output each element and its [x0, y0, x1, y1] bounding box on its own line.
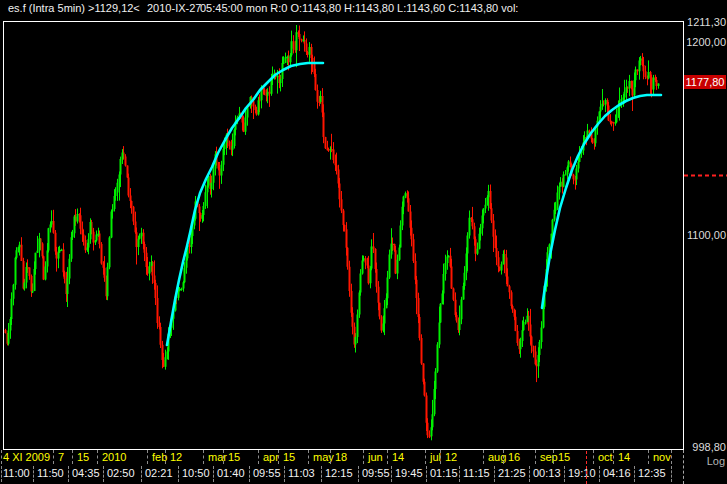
date-tick-label: sep — [540, 451, 558, 463]
axis-separator — [249, 466, 250, 482]
axis-separator — [391, 466, 392, 482]
axis-separator — [599, 466, 600, 482]
axis-separator — [387, 450, 388, 464]
time-tick-label: 02:50 — [107, 467, 135, 479]
time-tick-label: 01:40 — [217, 467, 245, 479]
date-tick-label: 16 — [508, 451, 520, 463]
time-tick-label: 04:16 — [603, 467, 631, 479]
date-tick-label: 12 — [170, 451, 182, 463]
date-tick-label: 15 — [558, 451, 570, 463]
axis-separator — [72, 450, 73, 464]
axis-separator — [1, 450, 2, 464]
axis-separator — [440, 450, 441, 464]
time-tick-label: 11:00 — [3, 467, 30, 479]
axis-separator — [308, 450, 309, 464]
date-tick-label: jun — [368, 451, 383, 463]
axis-separator — [68, 466, 69, 482]
axis-separator — [278, 450, 279, 464]
axis-separator — [671, 450, 672, 464]
date-tick-label: 15 — [77, 451, 89, 463]
last-quote-value: >1129,12< — [88, 2, 140, 14]
time-tick-label: 11:03 — [288, 467, 315, 479]
axis-separator — [529, 466, 530, 482]
axis-separator — [258, 450, 259, 464]
time-tick-label: 04:35 — [72, 467, 100, 479]
axis-separator — [284, 466, 285, 482]
time-tick-label: 19:10 — [568, 467, 596, 479]
axis-separator — [553, 450, 554, 464]
date-tick-label: 4 XI 2009 — [3, 451, 50, 463]
chart-app-window: es.f (Intra 5min) >1129,12< 2010-IX-27 0… — [0, 0, 727, 484]
time-tick-label: 00:13 — [533, 467, 561, 479]
axis-separator — [634, 466, 635, 482]
scale-mode-label: Log — [684, 455, 725, 467]
price-tick-label: 998,80 — [684, 440, 727, 454]
time-tick-label: 12:35 — [638, 467, 666, 479]
axis-separator — [426, 466, 427, 482]
date-tick-label: 2010 — [102, 451, 126, 463]
axis-separator — [425, 450, 426, 464]
axis-separator — [535, 450, 536, 464]
time-tick-label: 11:15 — [463, 467, 490, 479]
price-tick-label: 1100,00 — [684, 228, 727, 242]
axis-separator — [494, 466, 495, 482]
date-tick-label: mar — [208, 451, 227, 463]
last-price-tag: 1177,80 — [684, 75, 726, 89]
price-tick-label: 1200,00 — [684, 35, 727, 49]
axis-separator — [97, 450, 98, 464]
time-tick-label: 11:50 — [37, 467, 64, 479]
quote-header: es.f (Intra 5min) >1129,12< 2010-IX-27 0… — [0, 0, 727, 18]
candle-bodies-down — [6, 32, 657, 437]
date-tick-label: 14 — [392, 451, 404, 463]
axis-separator — [203, 450, 204, 464]
symbol-label: es.f (Intra 5min) — [8, 2, 85, 14]
axis-separator — [363, 450, 364, 464]
date-tick-label: 12 — [445, 451, 457, 463]
time-tick-label: 21:25 — [498, 467, 526, 479]
axis-separator — [593, 450, 594, 464]
time-tick-label: 02:21 — [145, 467, 173, 479]
axis-separator — [178, 466, 179, 482]
fit-curve — [167, 63, 323, 345]
axis-separator — [223, 450, 224, 464]
date-tick-label: 15 — [228, 451, 240, 463]
current-bar-marker — [586, 451, 587, 484]
candle-wicks-down — [6, 26, 657, 439]
time-tick-label: 12:15 — [325, 467, 353, 479]
time-tick-label: 19:45 — [395, 467, 423, 479]
axis-separator — [671, 466, 672, 482]
axis-separator — [358, 466, 359, 482]
axis-separator — [564, 466, 565, 482]
axis-separator — [165, 450, 166, 464]
bar-ohlc-info: 05:45:00 mon R:0 O:1143,80 H:1143,80 L:1… — [200, 2, 518, 14]
bar-date-label: 2010-IX-27 — [147, 2, 201, 14]
axis-separator — [103, 466, 104, 482]
axis-separator — [147, 450, 148, 464]
time-tick-label: 09:55 — [253, 467, 281, 479]
axis-separator — [613, 450, 614, 464]
price-tick-label: 1211,30 — [684, 15, 727, 29]
axis-separator — [33, 466, 34, 482]
candle-bodies-up — [9, 32, 659, 436]
date-tick-label: oct — [598, 451, 613, 463]
date-tick-label: apr — [263, 451, 279, 463]
axis-separator — [213, 466, 214, 482]
axis-separator — [648, 450, 649, 464]
time-tick-label: 09:55 — [362, 467, 390, 479]
axis-separator — [141, 466, 142, 482]
time-tick-label: 10:50 — [182, 467, 210, 479]
axis-separator — [459, 466, 460, 482]
time-tick-label: 01:15 — [430, 467, 458, 479]
date-tick-label: 14 — [618, 451, 630, 463]
plot-frame — [4, 22, 684, 450]
axis-separator — [1, 466, 2, 482]
date-tick-label: 7 — [58, 451, 64, 463]
axis-separator — [53, 450, 54, 464]
axis-separator — [330, 450, 331, 464]
axis-separator — [321, 466, 322, 482]
axis-separator — [483, 450, 484, 464]
candle-wicks-up — [9, 25, 659, 440]
date-tick-label: 15 — [283, 451, 295, 463]
date-tick-label: nov — [653, 451, 671, 463]
price-chart[interactable] — [0, 0, 727, 484]
